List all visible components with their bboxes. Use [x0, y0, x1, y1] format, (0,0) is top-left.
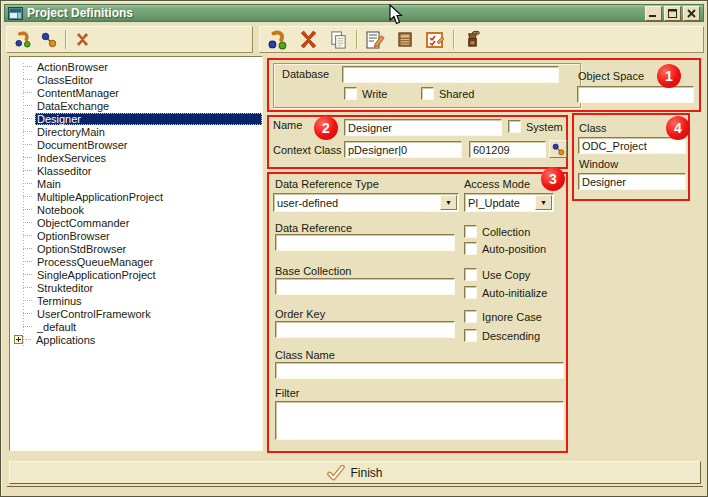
connect-new-button[interactable] [13, 30, 33, 50]
tree-item[interactable]: SingleApplicationProject [10, 268, 262, 281]
context-class-id-input[interactable] [469, 141, 546, 158]
write-checkbox[interactable] [344, 87, 357, 100]
tree-item[interactable]: Strukteditor [10, 281, 262, 294]
tree-item[interactable]: Klasseditor [10, 164, 262, 177]
tree-item-label[interactable]: Terminus [35, 295, 84, 307]
tree-item[interactable]: ClassEditor [10, 73, 262, 86]
ignore-case-checkbox[interactable] [464, 310, 477, 323]
titlebar[interactable]: Project Definitions [4, 4, 704, 22]
delete-button[interactable] [296, 28, 320, 51]
edit-document-button[interactable] [363, 28, 387, 51]
auto-initialize-checkbox-label: Auto-initialize [482, 287, 547, 299]
context-class-input[interactable] [344, 141, 462, 158]
maximize-button[interactable] [664, 6, 681, 21]
collection-checkbox[interactable] [464, 225, 477, 238]
tree-item[interactable]: DataExchange [10, 99, 262, 112]
class-name-input[interactable] [275, 362, 564, 379]
window-input[interactable] [578, 173, 686, 190]
tree-item-label[interactable]: DirectoryMain [35, 126, 107, 138]
class-input[interactable] [578, 137, 686, 154]
tree-item-label[interactable]: ClassEditor [35, 74, 95, 86]
order-key-input[interactable] [275, 321, 455, 338]
tree-item-label[interactable]: Applications [34, 334, 97, 346]
tree-item-label[interactable]: Strukteditor [35, 282, 95, 294]
tree-item-label[interactable]: DocumentBrowser [35, 139, 129, 151]
tree-item[interactable]: Terminus [10, 294, 262, 307]
tree-item-label[interactable]: ContentManager [35, 87, 121, 99]
tree-item[interactable]: IndexServices [10, 151, 262, 164]
tree-item[interactable]: ActionBrowser [10, 60, 262, 73]
app-window-icon [8, 7, 23, 20]
tree-item-label[interactable]: ActionBrowser [35, 61, 110, 73]
tree-item-label[interactable]: OptionStdBrowser [35, 243, 128, 255]
database-input[interactable] [342, 66, 559, 83]
check-document-button[interactable] [423, 28, 447, 51]
tree-item-label[interactable]: Designer [35, 113, 262, 125]
data-reference-label: Data Reference [275, 222, 352, 234]
tree-item-label[interactable]: DataExchange [35, 100, 111, 112]
tree-item-applications[interactable]: Applications [10, 333, 262, 346]
auto-position-checkbox[interactable] [464, 242, 477, 255]
tree-item-label[interactable]: UserControlFramework [35, 308, 153, 320]
context-class-label: Context Class [273, 144, 341, 156]
dropdown-arrow-icon[interactable]: ▼ [440, 195, 457, 210]
annotation-badge-3: 3 [541, 167, 565, 191]
connect-new-button-2[interactable] [266, 28, 290, 51]
annotation-badge-4: 4 [666, 116, 690, 140]
tree-item[interactable]: OptionStdBrowser [10, 242, 262, 255]
data-reference-type-select[interactable]: user-defined ▼ [273, 193, 459, 212]
shared-checkbox[interactable] [421, 87, 434, 100]
minimize-button[interactable] [645, 6, 662, 21]
link-button[interactable] [39, 30, 59, 50]
finish-button[interactable]: Finish [9, 461, 701, 484]
base-collection-input[interactable] [275, 278, 455, 295]
tree-item-selected[interactable]: Designer [10, 112, 262, 125]
tree-item[interactable]: Main [10, 177, 262, 190]
object-space-input[interactable] [577, 86, 694, 103]
system-checkbox-label: System [526, 121, 563, 133]
tree-item-label[interactable]: IndexServices [35, 152, 108, 164]
use-copy-checkbox[interactable] [464, 268, 477, 281]
tree-item-label[interactable]: MultipleApplicationProject [35, 191, 165, 203]
tree-item-label[interactable]: Main [35, 178, 63, 190]
tree-item[interactable]: Notebook [10, 203, 262, 216]
tree-item[interactable]: ContentManager [10, 86, 262, 99]
collection-checkbox-label: Collection [482, 226, 530, 238]
tree-item-label[interactable]: Notebook [35, 204, 86, 216]
tree-item[interactable]: ObjectCommander [10, 216, 262, 229]
data-reference-type-value: user-defined [274, 197, 439, 209]
project-tree[interactable]: ActionBrowser ClassEditor ContentManager… [9, 56, 263, 451]
auto-initialize-checkbox[interactable] [464, 286, 477, 299]
tree-item[interactable]: _default [10, 320, 262, 333]
copy-button[interactable] [326, 28, 350, 51]
tree-item-label[interactable]: SingleApplicationProject [35, 269, 158, 281]
name-input[interactable] [344, 119, 502, 136]
system-checkbox[interactable] [508, 120, 521, 133]
tree-item[interactable]: ProcessQueueManager [10, 255, 262, 268]
tree-item-label[interactable]: ProcessQueueManager [35, 256, 155, 268]
tree-item[interactable]: UserControlFramework [10, 307, 262, 320]
tree-item-label[interactable]: _default [35, 321, 78, 333]
filter-textarea[interactable] [275, 401, 564, 440]
tree-item-label[interactable]: Klasseditor [35, 165, 93, 177]
descending-checkbox[interactable] [464, 329, 477, 342]
tree-item-label[interactable]: OptionBrowser [35, 230, 112, 242]
toolbar-separator [356, 30, 357, 49]
annotation-badge-1: 1 [657, 64, 681, 88]
expand-plus-icon[interactable] [14, 335, 23, 344]
tree-item[interactable]: OptionBrowser [10, 229, 262, 242]
tree-item[interactable]: MultipleApplicationProject [10, 190, 262, 203]
context-class-lookup-button[interactable] [549, 140, 567, 158]
maximize-icon [668, 9, 677, 18]
grinder-button[interactable] [460, 28, 484, 51]
data-reference-input[interactable] [275, 234, 455, 251]
tree-item[interactable]: DocumentBrowser [10, 138, 262, 151]
access-mode-select[interactable]: PI_Update ▼ [464, 193, 554, 212]
tree-item-label[interactable]: ObjectCommander [35, 217, 131, 229]
delete-item-button[interactable] [72, 30, 92, 50]
tree-item[interactable]: DirectoryMain [10, 125, 262, 138]
dropdown-arrow-icon[interactable]: ▼ [535, 195, 552, 210]
close-button[interactable] [683, 6, 700, 21]
access-mode-value: PI_Update [465, 197, 534, 209]
card-box-button[interactable] [393, 28, 417, 51]
